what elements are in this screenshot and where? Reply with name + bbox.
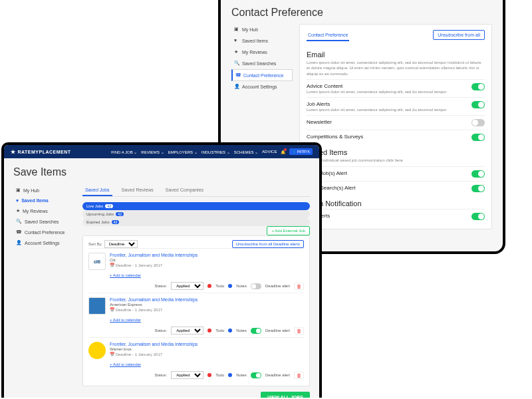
- sidebar-item-account[interactable]: 👤Account Settings: [13, 237, 76, 248]
- pref-row: Competitions & Surveys: [307, 130, 485, 144]
- trash-icon[interactable]: 🗑: [294, 283, 304, 290]
- nav-industries[interactable]: INDUSTRIES ⌄: [201, 150, 230, 154]
- pill-expired[interactable]: Expired Jobs42: [82, 218, 310, 226]
- email-heading: Email: [307, 51, 485, 59]
- company-logo: [88, 342, 106, 359]
- job-deadline: 📅 Deadline - 1 January 2017: [110, 307, 304, 312]
- pref-row: Newsletter: [307, 115, 485, 130]
- email-desc: Lorem ipsum dolor sit amet, consectetur …: [307, 60, 485, 76]
- page-title: Contact Preference: [231, 7, 492, 19]
- sidebar-item-saved[interactable]: ♥Saved Items: [231, 35, 293, 47]
- toggle-save-search[interactable]: [471, 185, 485, 192]
- sidebar-item-saved[interactable]: ♥Saved Items: [13, 196, 76, 205]
- trash-icon[interactable]: 🗑: [294, 327, 304, 334]
- bell-icon[interactable]: 🔔: [281, 150, 285, 154]
- sidebar-item-account[interactable]: 👤Account Settings: [231, 81, 293, 92]
- job-company: American Express: [110, 303, 304, 307]
- job-company: Citi: [110, 258, 304, 262]
- unsubscribe-deadline-button[interactable]: Unsubscribe from all Deadline alerts: [232, 240, 304, 248]
- company-logo: [88, 297, 106, 315]
- status-select[interactable]: Applied: [171, 282, 203, 290]
- status-select[interactable]: Applied: [171, 371, 203, 379]
- saved-desc: Manage individual saved job communicatio…: [307, 158, 485, 163]
- main-panel: Contact Preference Unsubscribe from all …: [299, 24, 492, 229]
- job-company: Warner bros: [110, 347, 304, 351]
- job-title[interactable]: Frontier, Journalism and Media Internshi…: [110, 253, 304, 257]
- sidebar: ▣My Hub ♥Saved Items ★My Reviews 🔍Saved …: [13, 185, 76, 398]
- notes-dot-icon: [228, 373, 232, 377]
- notes-link[interactable]: Notes: [236, 329, 247, 332]
- page-title: Save Items: [13, 166, 310, 178]
- nav-schemes[interactable]: SCHEMES ⌄: [234, 150, 258, 154]
- add-calendar-link[interactable]: + Add to calendar: [110, 318, 141, 322]
- job-title[interactable]: Frontier, Journalism and Media Internshi…: [110, 342, 304, 346]
- tab-saved-companies[interactable]: Saved Companies: [163, 185, 206, 196]
- sidebar-item-hub[interactable]: ▣My Hub: [231, 24, 293, 35]
- notes-link[interactable]: Notes: [236, 373, 247, 377]
- laptop-frame: ★RATEMYPLACEMENT FIND A JOB ⌄ REVIEWS ⌄ …: [1, 142, 322, 398]
- push-heading: Push Notification: [307, 200, 485, 207]
- job-deadline: 📅 Deadline - 1 January 2017: [110, 263, 304, 267]
- unsubscribe-all-button[interactable]: Unsubscribe from all: [433, 30, 485, 40]
- sidebar-item-reviews[interactable]: ★My Reviews: [13, 205, 76, 216]
- star-icon: ★: [11, 149, 16, 155]
- trash-icon[interactable]: 🗑: [294, 372, 304, 379]
- notes-dot-icon: [228, 329, 232, 332]
- toggle-newsletter[interactable]: [471, 119, 485, 126]
- top-nav: ★RATEMYPLACEMENT FIND A JOB ⌄ REVIEWS ⌄ …: [4, 145, 319, 158]
- todo-link[interactable]: Todo: [215, 329, 224, 332]
- notes-link[interactable]: Notes: [236, 284, 247, 288]
- toggle-save-jobs[interactable]: [471, 170, 485, 178]
- sidebar-item-contact[interactable]: ☎Contact Preference: [13, 227, 76, 237]
- pref-row: Job AlertsLorem ipsum dolor sit amet, co…: [307, 97, 485, 115]
- tab-saved-reviews[interactable]: Saved Reviews: [119, 185, 156, 196]
- toggle-push-alerts[interactable]: [471, 213, 485, 220]
- sidebar-item-searches[interactable]: 🔍Saved Searches: [13, 216, 76, 227]
- company-logo: citi: [88, 253, 106, 270]
- job-title[interactable]: Frontier, Journalism and Media Internshi…: [110, 297, 304, 302]
- job-row: citi Frontier, Journalism and Media Inte…: [88, 248, 304, 293]
- pref-row: Save Search(s) Alert: [307, 181, 485, 196]
- tab-saved-jobs[interactable]: Saved Jobs: [82, 185, 112, 196]
- deadline-toggle[interactable]: [251, 328, 261, 334]
- toggle-job-alerts[interactable]: [471, 101, 485, 108]
- toggle-competitions[interactable]: [471, 134, 485, 141]
- job-deadline: 📅 Deadline - 1 January 2017: [110, 352, 304, 356]
- pill-upcoming[interactable]: Upcoming Jobs42: [82, 210, 310, 218]
- view-all-button[interactable]: VIEW ALL JOBS: [261, 392, 310, 398]
- sidebar-item-hub[interactable]: ▣My Hub: [13, 185, 76, 196]
- sidebar-item-searches[interactable]: 🔍Saved Searches: [231, 58, 293, 69]
- toggle-advice[interactable]: [471, 83, 485, 90]
- sidebar-item-contact[interactable]: ☎Contact Preference: [231, 69, 293, 81]
- todo-dot-icon: [207, 373, 211, 377]
- pref-row: Advice ContentLorem ipsum dolor sit amet…: [307, 79, 485, 97]
- job-row: Frontier, Journalism and Media Internshi…: [88, 293, 304, 337]
- job-row: Frontier, Journalism and Media Internshi…: [88, 337, 304, 382]
- add-calendar-link[interactable]: + Add to calendar: [110, 273, 141, 277]
- pref-row: Job Alerts: [307, 209, 485, 223]
- brand-logo[interactable]: ★RATEMYPLACEMENT: [11, 149, 71, 155]
- notes-dot-icon: [228, 284, 232, 288]
- todo-link[interactable]: Todo: [215, 284, 224, 288]
- status-select[interactable]: Applied: [171, 327, 203, 334]
- jobs-card: Sort By Deadline Unsubscribe from all De…: [82, 235, 310, 386]
- todo-dot-icon: [207, 284, 211, 288]
- todo-link[interactable]: Todo: [215, 373, 224, 377]
- tabs: Saved Jobs Saved Reviews Saved Companies: [82, 185, 310, 197]
- nav-employers[interactable]: EMPLOYERS ⌄: [168, 150, 198, 154]
- user-badge[interactable]: 👤 PATRYK: [289, 148, 313, 155]
- deadline-toggle[interactable]: [251, 372, 261, 378]
- sort-label: Sort By: [88, 242, 102, 246]
- todo-dot-icon: [207, 329, 211, 332]
- nav-reviews[interactable]: REVIEWS ⌄: [141, 150, 164, 154]
- sidebar-item-reviews[interactable]: ★My Reviews: [231, 47, 293, 58]
- add-external-button[interactable]: Add External Job: [267, 226, 310, 235]
- nav-find-job[interactable]: FIND A JOB ⌄: [111, 150, 137, 154]
- saved-heading: Saved Items: [307, 148, 485, 156]
- pill-live[interactable]: Live Jobs42: [82, 202, 310, 210]
- sort-select[interactable]: Deadline: [104, 240, 138, 248]
- add-calendar-link[interactable]: + Add to calendar: [110, 362, 141, 366]
- tab-contact-pref[interactable]: Contact Preference: [307, 30, 349, 41]
- deadline-toggle[interactable]: [251, 283, 261, 289]
- nav-advice[interactable]: ADVICE: [262, 150, 277, 154]
